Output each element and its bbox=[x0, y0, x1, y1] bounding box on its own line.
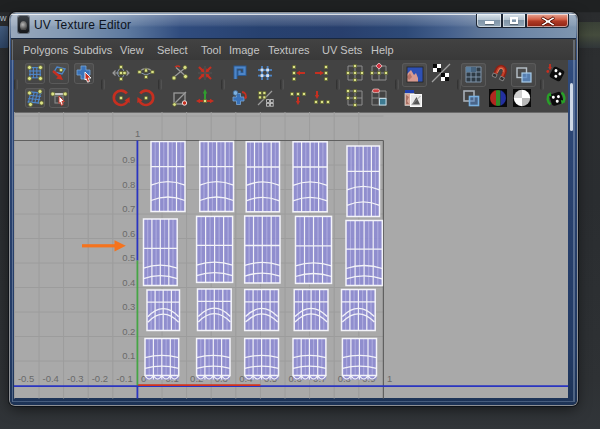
svg-text:-0.1: -0.1 bbox=[116, 373, 132, 384]
svg-text:0.7: 0.7 bbox=[122, 203, 135, 214]
svg-text:0.9: 0.9 bbox=[122, 154, 135, 165]
svg-text:0.1: 0.1 bbox=[122, 350, 135, 361]
svg-text:0.5: 0.5 bbox=[122, 252, 135, 263]
svg-text:0.8: 0.8 bbox=[122, 178, 135, 189]
svg-text:-0.3: -0.3 bbox=[67, 373, 83, 384]
svg-text:0.4: 0.4 bbox=[122, 276, 135, 287]
svg-text:-0.4: -0.4 bbox=[43, 373, 59, 384]
svg-text:0.3: 0.3 bbox=[122, 301, 135, 312]
svg-text:0.2: 0.2 bbox=[122, 325, 135, 336]
svg-text:-0.5: -0.5 bbox=[18, 373, 34, 384]
svg-text:0.6: 0.6 bbox=[122, 227, 135, 238]
svg-text:-0.2: -0.2 bbox=[92, 373, 108, 384]
svg-text:1: 1 bbox=[387, 373, 392, 384]
svg-text:1: 1 bbox=[135, 127, 140, 138]
